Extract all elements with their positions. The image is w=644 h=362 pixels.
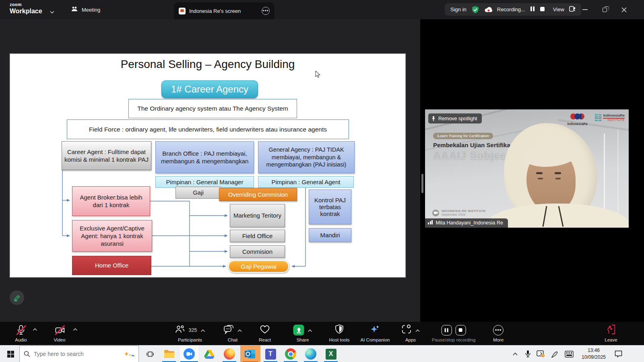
annotate-button[interactable] — [10, 290, 24, 305]
taskbar-clock[interactable]: 13:46 10/09/2025 — [578, 347, 609, 361]
security-shield-icon[interactable] — [471, 6, 479, 14]
tray-expand-chevron[interactable] — [510, 346, 521, 362]
minimize-button[interactable] — [579, 4, 590, 15]
pause-recording-icon[interactable] — [530, 6, 535, 13]
file-explorer-icon — [164, 350, 175, 358]
training-badge: iLearn Training for Certification — [433, 133, 493, 139]
participants-button[interactable]: 325 Participants — [175, 325, 205, 342]
view-layout-icon[interactable] — [569, 6, 576, 13]
audio-options-chevron[interactable] — [33, 328, 37, 331]
action-center-icon[interactable] — [611, 346, 625, 362]
leave-button[interactable]: Leave — [605, 325, 617, 342]
task-view-button[interactable] — [142, 346, 159, 362]
ai-companion-icon — [370, 324, 380, 336]
camera-badge-icon — [432, 210, 439, 216]
spotlight-video-tile[interactable]: iLearn Training for Certification Pembek… — [425, 109, 629, 228]
box-overriding-commision: Overriding Commision — [219, 188, 297, 201]
video-watermark: INDONESIA RE INSTITUTE September 2025 — [432, 209, 486, 216]
brand-workplace: Workplace — [10, 8, 42, 14]
meeting-icon — [71, 6, 78, 14]
taskbar-excel[interactable]: X — [322, 346, 340, 362]
close-button[interactable] — [618, 4, 630, 15]
taskbar-zoom[interactable] — [180, 346, 198, 362]
titlebar-status-pill: Sign in Recording... View — [445, 3, 581, 16]
search-input[interactable] — [34, 351, 120, 357]
video-options-chevron[interactable] — [73, 328, 78, 331]
participants-count: 325 — [189, 327, 197, 333]
connection-signal-icon — [428, 220, 433, 226]
teams-icon: T — [265, 349, 276, 360]
audio-button[interactable]: Audio — [15, 325, 27, 342]
view-button[interactable]: View — [553, 6, 564, 12]
box-field-office: Field Office — [230, 230, 285, 242]
host-tools-label: Host tools — [329, 337, 349, 342]
apps-chevron[interactable] — [415, 327, 420, 334]
apps-icon — [401, 324, 412, 336]
chat-chevron[interactable] — [237, 327, 242, 334]
box-general-agency: General Agency : PAJ TIDAK membiayai, me… — [258, 141, 355, 173]
taskbar-edge[interactable] — [301, 346, 320, 362]
workspace-chevron-down-icon[interactable] — [50, 8, 54, 15]
share-button[interactable]: Share — [293, 325, 312, 342]
mouse-cursor — [315, 71, 321, 78]
recording-status-label: Recording... — [497, 6, 525, 12]
tray-microphone-icon[interactable] — [522, 346, 533, 362]
tray-display-notification-icon[interactable] — [535, 346, 547, 362]
excel-icon: X — [326, 349, 336, 360]
participants-chevron[interactable] — [200, 327, 205, 334]
edge-icon — [305, 348, 316, 360]
ai-companion-button[interactable]: AI Companion — [361, 325, 390, 342]
stop-recording-icon[interactable] — [540, 6, 545, 13]
taskbar-search[interactable]: ✦✦ — [19, 346, 139, 362]
taskbar-google-drive[interactable] — [200, 346, 219, 362]
video-button[interactable]: Video — [54, 325, 65, 342]
more-button[interactable]: ••• More — [493, 325, 504, 342]
share-chevron[interactable] — [308, 327, 312, 334]
host-tools-shield-icon — [334, 324, 344, 336]
logo-circle — [578, 113, 584, 119]
box-commision: Commision — [230, 245, 285, 258]
chat-icon — [223, 324, 234, 336]
tray-touch-keyboard-icon[interactable] — [563, 346, 576, 362]
taskbar-teams[interactable]: T — [261, 346, 280, 362]
more-label: More — [493, 337, 504, 342]
panel-scrollbar[interactable] — [421, 174, 423, 193]
heart-icon — [260, 325, 270, 336]
task-view-icon — [147, 351, 154, 357]
box-home-office: Home Office — [72, 256, 151, 275]
remove-spotlight-button[interactable]: Remove spotlight — [428, 113, 482, 123]
apps-button[interactable]: Apps — [401, 325, 420, 342]
tab-shared-screen[interactable]: Indonesia Re's screen ••• — [174, 2, 275, 19]
participant-name-tag: Mita Handayani_Indonesia Re — [425, 218, 508, 228]
taskbar-chrome[interactable] — [281, 346, 300, 362]
taskbar-firefox[interactable] — [220, 346, 239, 362]
box-exclusive-agent: Exclusive Agent/Captive Agent: hanya 1 k… — [72, 220, 152, 252]
participants-icon — [175, 325, 185, 336]
start-button[interactable] — [2, 346, 19, 362]
box-agent-broker: Agent Broker:bisa lebih dari 1 kontrak — [72, 186, 150, 216]
restore-button[interactable] — [599, 4, 610, 15]
tray-pen-icon[interactable] — [548, 346, 560, 362]
search-highlights-icon[interactable]: ✦✦ — [124, 350, 134, 358]
react-label: React — [259, 337, 271, 342]
react-button[interactable]: React — [259, 325, 271, 342]
chat-button[interactable]: Chat — [223, 325, 242, 342]
windows-logo-icon — [7, 351, 14, 358]
box-career-agent: Career Agent : Fulltime dapat komisi & m… — [62, 141, 151, 170]
sign-in-button[interactable]: Sign in — [450, 6, 466, 12]
box-field-force: Field Force : ordinary agent, life under… — [67, 119, 349, 139]
camera-off-icon — [55, 325, 64, 335]
box-pimpinan-general-agent: Pimpinan : General Agent — [258, 176, 354, 188]
recording-controls: Pause/stop recording — [432, 325, 476, 342]
tab-meeting[interactable]: Meeting — [71, 0, 100, 19]
stop-recording-button[interactable] — [456, 325, 466, 335]
presentation-slide: Personal Selling – Agency Building — [10, 53, 406, 278]
taskbar-outlook[interactable] — [240, 346, 260, 362]
tab-meeting-label: Meeting — [82, 7, 100, 13]
outlook-icon — [245, 349, 256, 359]
watermark-line2: September 2025 — [442, 213, 486, 216]
taskbar-file-explorer[interactable] — [160, 346, 178, 362]
tab-options-ellipsis-icon[interactable]: ••• — [262, 7, 270, 15]
pause-recording-button[interactable] — [442, 325, 452, 335]
host-tools-button[interactable]: Host tools — [329, 325, 349, 342]
